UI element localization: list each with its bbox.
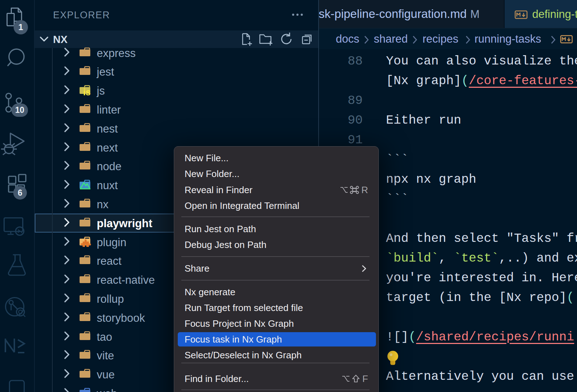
svg-text:js: js	[83, 87, 91, 95]
